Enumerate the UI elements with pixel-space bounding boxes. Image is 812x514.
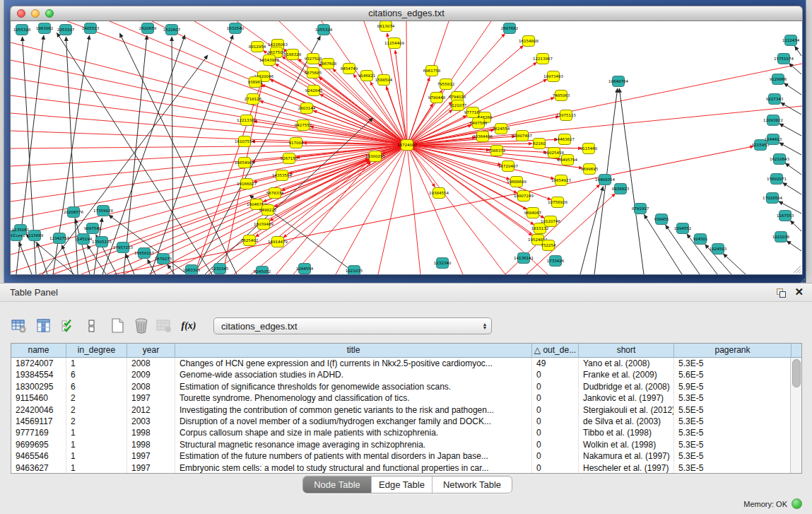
- graph-node-label: 1963082: [36, 26, 54, 30]
- table-cell: 2: [66, 416, 127, 427]
- graph-node-label: 938961: [248, 80, 263, 84]
- graph-node-label: 19384554: [429, 191, 449, 195]
- resize-grip-icon[interactable]: [792, 264, 801, 274]
- graph-node-label: 10025458: [544, 151, 564, 155]
- table-row[interactable]: 1938455462009Genome-wide association stu…: [11, 369, 801, 380]
- close-window-icon[interactable]: [17, 9, 25, 18]
- table-row[interactable]: 1456911722003Disruption of a novel membe…: [11, 416, 801, 427]
- graph-node-label: 1135061: [12, 228, 30, 232]
- table-selector-dropdown[interactable]: citations_edges.txt ▲▼: [213, 317, 492, 334]
- graph-node-label: 15751074: [774, 57, 794, 61]
- table-row[interactable]: 1872400712008Changes of HCN gene express…: [11, 358, 801, 369]
- graph-node-label: 7625402: [241, 238, 259, 243]
- table-row[interactable]: 2242004622012Investigating the contribut…: [11, 404, 801, 416]
- column-header-in_degree[interactable]: in_degree: [66, 344, 127, 357]
- table-cell: 5.3E-5: [674, 450, 792, 462]
- graph-node-label: 8215953: [752, 143, 770, 147]
- graph-node-label: 1167553: [777, 214, 794, 218]
- table-row[interactable]: 946554611997Estimation of the future num…: [11, 450, 801, 462]
- graph-node-label: 1588504: [375, 78, 393, 82]
- graph-node-label: 15692971: [767, 177, 787, 181]
- close-panel-icon[interactable]: ✕: [794, 286, 804, 298]
- table-cell: Jankovic et al. (1997): [579, 392, 674, 404]
- table-row[interactable]: 977716911998Corpus callosum shape and si…: [11, 427, 801, 438]
- table-row[interactable]: 969969511998Structural magnetic resonanc…: [11, 439, 801, 450]
- column-header-year[interactable]: year: [127, 344, 175, 357]
- tab-node-table[interactable]: Node Table: [303, 477, 371, 493]
- graph-node-label: 2053107: [57, 28, 75, 32]
- graph-node-label: 9121077: [449, 103, 467, 107]
- table-cell: 6: [66, 381, 127, 392]
- tab-edge-table[interactable]: Edge Table: [371, 477, 432, 493]
- float-window-icon[interactable]: [775, 287, 787, 301]
- new-table-icon[interactable]: [108, 317, 126, 335]
- graph-node-label: 752254: [541, 243, 556, 247]
- table-cell: Investigating the contribution of common…: [175, 404, 532, 416]
- network-canvas[interactable]: 8912954142260639827508165439828186328932…: [10, 21, 803, 275]
- graph-node-label: 1112434: [782, 38, 800, 42]
- column-header-out_de[interactable]: △ out_de...: [532, 344, 579, 357]
- table-cell: 9463627: [11, 462, 66, 474]
- graph-node-label: 2867608: [319, 62, 337, 66]
- table-cell: Dudbridge et al. (2008): [579, 381, 674, 392]
- table-cell: 2012: [127, 404, 175, 416]
- graph-node-label: 8791917: [632, 206, 649, 211]
- zoom-window-icon[interactable]: [45, 9, 54, 18]
- minimize-window-icon[interactable]: [31, 9, 40, 18]
- table-cell: 0: [532, 450, 579, 462]
- table-cell: Estimation of the future numbers of pati…: [175, 450, 532, 462]
- graph-node-label: 1632540: [227, 26, 245, 30]
- table-cell: 1997: [127, 462, 175, 474]
- right-panel-edge: [806, 0, 812, 283]
- panel-resize-handle-icon[interactable]: ◿: [801, 277, 805, 284]
- table-row[interactable]: 1830029562008Estimation of significance …: [11, 381, 801, 392]
- import-table-icon[interactable]: [155, 317, 173, 335]
- graph-node-label: 16543982: [259, 58, 279, 62]
- column-header-name[interactable]: name: [11, 344, 66, 357]
- table-row[interactable]: 946362711997Embryonic stem cells: a mode…: [11, 462, 801, 474]
- table-cell: 0: [532, 392, 579, 404]
- graph-node-label: 5678334: [266, 191, 284, 195]
- graph-node-label: 2687682: [501, 26, 519, 30]
- graph-node-label: 12093822: [763, 118, 783, 122]
- graph-node-label: 7485063: [553, 93, 570, 98]
- table-cell: 19384554: [11, 369, 66, 380]
- graph-node-label: 9827508: [268, 50, 286, 54]
- column-header-short[interactable]: short: [579, 344, 674, 357]
- window-titlebar[interactable]: citations_edges.txt: [10, 6, 803, 21]
- table-row[interactable]: 911546021997Tourette syndrome. Phenomeno…: [11, 392, 801, 404]
- graph-node-label: 20364486: [473, 134, 493, 139]
- graph-node-label: 16107554: [235, 139, 254, 144]
- delete-table-icon[interactable]: [132, 317, 151, 335]
- graph-node-label: 8938923: [612, 187, 630, 191]
- graph-node-label: 8454749: [341, 66, 358, 71]
- graph-node-label: 14463627: [555, 137, 575, 141]
- graph-node-label: 1055324: [315, 28, 333, 32]
- tab-network-table[interactable]: Network Table: [432, 477, 512, 493]
- citation-network-graph[interactable]: 8912954142260639827508165439828186328932…: [11, 21, 802, 274]
- graph-node-label: 9227343: [766, 97, 784, 101]
- table-settings-icon[interactable]: [10, 317, 28, 335]
- table-header-row: namein_degreeyeartitle△ out_de...shortpa…: [11, 344, 801, 358]
- graph-node-label: 10688609: [507, 180, 526, 184]
- row-height-icon[interactable]: [83, 317, 101, 335]
- scrollbar-thumb[interactable]: [792, 359, 801, 387]
- function-builder-icon[interactable]: f(x): [180, 317, 198, 335]
- attribute-table[interactable]: namein_degreeyeartitle△ out_de...shortpa…: [11, 343, 802, 474]
- show-columns-icon[interactable]: [35, 317, 53, 335]
- table-cell: 5.3E-5: [674, 462, 792, 474]
- table-cell: 18724007: [11, 358, 66, 369]
- table-cell: Changes of HCN gene expression and I(f) …: [175, 358, 532, 369]
- column-header-pagerank[interactable]: pagerank: [674, 344, 792, 357]
- table-scrollbar[interactable]: [790, 358, 801, 473]
- graph-node-label: 10807487: [512, 134, 532, 138]
- memory-ok-icon: [792, 498, 802, 509]
- column-header-title[interactable]: title: [175, 344, 532, 357]
- graph-node-label: 8427552: [295, 123, 312, 127]
- table-cell: 9115460: [11, 392, 66, 404]
- table-cell: Corpus callosum shape and size in male p…: [175, 427, 532, 438]
- table-cell: 5.3E-5: [674, 358, 792, 369]
- select-rows-icon[interactable]: [59, 317, 78, 335]
- graph-node-label: 9699695: [581, 167, 599, 171]
- table-cell: Genome-wide association studies in ADHD.: [175, 369, 532, 380]
